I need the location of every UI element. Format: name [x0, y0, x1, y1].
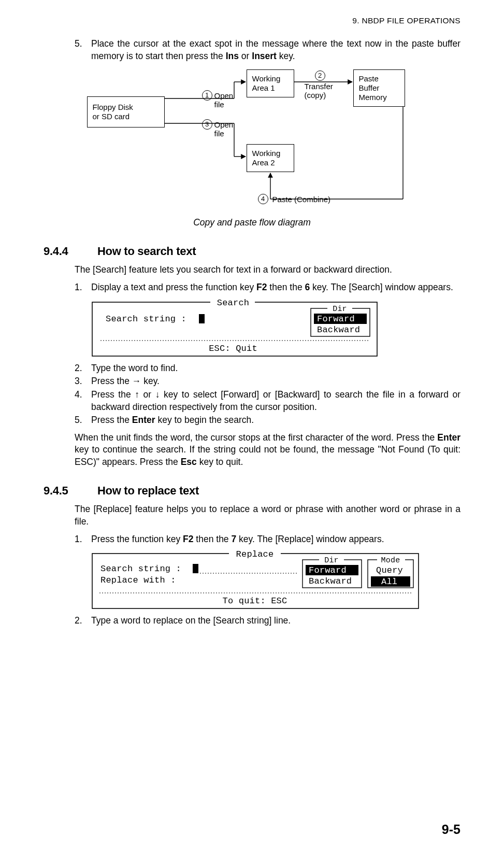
text: then the	[193, 534, 231, 544]
key-name: 7	[231, 534, 236, 544]
step-text: Press the function key F2 then the 7 key…	[91, 533, 460, 546]
cursor-icon	[193, 564, 198, 573]
label: Paste Buffer Memory	[359, 74, 387, 102]
section-number: 9.4.4	[44, 244, 97, 259]
text: key.	[141, 376, 160, 386]
list-number: 5.	[75, 414, 91, 427]
step-944-2: 2. Type the word to find.	[75, 362, 460, 375]
label: Floppy Disk or SD card	[93, 103, 133, 121]
mode-title: Mode	[381, 556, 400, 565]
option-query: Query	[376, 565, 403, 575]
box-working-area-2: Working Area 2	[247, 144, 294, 172]
key-name: Esc	[181, 457, 197, 467]
section-post-text: When the unit finds the word, the cursor…	[75, 432, 460, 469]
list-number: 2.	[75, 362, 91, 375]
dir-title: Dir	[333, 305, 347, 314]
label-open-file: Open file	[214, 91, 234, 109]
esc-hint: ESC: Quit	[209, 344, 257, 353]
list-number: 5.	[75, 38, 91, 62]
section-title: How to replace text	[97, 483, 199, 499]
text: key to continue the search. If the strin…	[75, 444, 460, 467]
step-text: Type a word to replace on the [Search st…	[91, 615, 460, 627]
text: Press the function key	[91, 534, 183, 544]
label: Working Area 2	[252, 149, 281, 167]
list-number: 1.	[75, 281, 91, 294]
dialog-title: Replace	[236, 549, 274, 559]
box-paste-buffer: Paste Buffer Memory	[353, 69, 405, 107]
search-dialog: Search Dir Forward Backward Search strin…	[90, 297, 460, 358]
text: key to begin the search.	[155, 415, 254, 425]
section-945-heading: 9.4.5 How to replace text	[44, 483, 460, 499]
step-marker-4: 4	[258, 194, 268, 204]
search-string-label: Search string :	[100, 564, 181, 574]
copy-paste-diagram: Floppy Disk or SD card Working Area 1 Wo…	[44, 67, 460, 212]
text: key. The [Replace] window appears.	[236, 534, 384, 544]
arrow-icon: ↑	[135, 389, 139, 400]
option-forward: Forward	[309, 565, 347, 575]
text: or	[239, 51, 252, 61]
page-header-chapter: 9. NBDP FILE OPERATIONS	[44, 16, 460, 26]
step-text: Press the ↑ or ↓ key to select [Forward]…	[91, 389, 460, 413]
page-number: 9-5	[442, 821, 460, 839]
circled-number: 2	[315, 70, 325, 81]
quit-hint: To quit: ESC	[223, 596, 287, 606]
key-name: Enter	[437, 432, 460, 443]
text: Display a text and press the function ke…	[91, 282, 256, 292]
replace-with-label: Replace with :	[100, 575, 176, 585]
option-backward: Backward	[309, 576, 352, 586]
box-working-area-1: Working Area 1	[247, 69, 294, 97]
step-text: Press the → key.	[91, 375, 460, 388]
diagram-caption: Copy and paste flow diagram	[44, 217, 460, 229]
list-number: 1.	[75, 533, 91, 546]
circled-number: 3	[202, 119, 212, 130]
step-marker-2: 2	[315, 70, 325, 81]
step-944-5: 5. Press the Enter key to begin the sear…	[75, 414, 460, 427]
label: Working Area 1	[252, 74, 281, 92]
option-backward: Backward	[317, 325, 360, 335]
step-text: Type the word to find.	[91, 362, 460, 375]
text: then the	[267, 282, 305, 292]
list-number: 2.	[75, 615, 91, 627]
label-transfer: Transfer (copy)	[305, 82, 333, 100]
key-name: F2	[256, 282, 267, 292]
step-944-3: 3. Press the → key.	[75, 375, 460, 388]
text: Press the	[91, 389, 135, 400]
step-text: Display a text and press the function ke…	[91, 281, 460, 294]
text: key.	[277, 51, 295, 61]
circled-number: 4	[258, 194, 268, 204]
cursor-icon	[199, 314, 205, 323]
step-text: Press the Enter key to begin the search.	[91, 414, 460, 427]
key-name: 6	[305, 282, 310, 292]
dir-title: Dir	[324, 556, 339, 565]
section-944-heading: 9.4.4 How to search text	[44, 244, 460, 259]
step-944-1: 1. Display a text and press the function…	[75, 281, 460, 294]
dialog-title: Search	[217, 298, 249, 308]
section-intro: The [Search] feature lets you search for…	[75, 264, 460, 276]
list-number: 3.	[75, 375, 91, 388]
step-945-1: 1. Press the function key F2 then the 7 …	[75, 533, 460, 546]
arrow-icon: →	[132, 376, 141, 386]
key-name: F2	[183, 534, 193, 544]
step-944-4: 4. Press the ↑ or ↓ key to select [Forwa…	[75, 389, 460, 413]
step-marker-1: 1	[202, 90, 212, 101]
step-marker-3: 3	[202, 119, 212, 130]
box-floppy: Floppy Disk or SD card	[87, 96, 165, 128]
step-5: 5. Place the cursor at the exact spot in…	[75, 38, 460, 62]
step-945-2: 2. Type a word to replace on the [Search…	[75, 615, 460, 627]
section-title: How to search text	[97, 244, 196, 259]
key-name: Enter	[132, 415, 155, 425]
option-all: All	[381, 577, 397, 587]
step-5-text: Place the cursor at the exact spot in th…	[91, 38, 460, 62]
replace-dialog: Replace Dir Forward Backward Mode Query …	[90, 548, 460, 611]
text: key. The [Search] window appears.	[310, 282, 453, 292]
search-string-label: Search string :	[106, 314, 186, 324]
text: When the unit finds the word, the cursor…	[75, 432, 437, 443]
circled-number: 1	[202, 90, 212, 101]
text: key to quit.	[197, 457, 243, 467]
text: or	[139, 389, 155, 400]
label-open-file-2: Open file	[214, 120, 234, 138]
key-name: Insert	[252, 51, 277, 61]
text: Press the	[91, 376, 132, 386]
section-intro: The [Replace] feature helps you to repla…	[75, 503, 460, 528]
key-name: Ins	[226, 51, 239, 61]
